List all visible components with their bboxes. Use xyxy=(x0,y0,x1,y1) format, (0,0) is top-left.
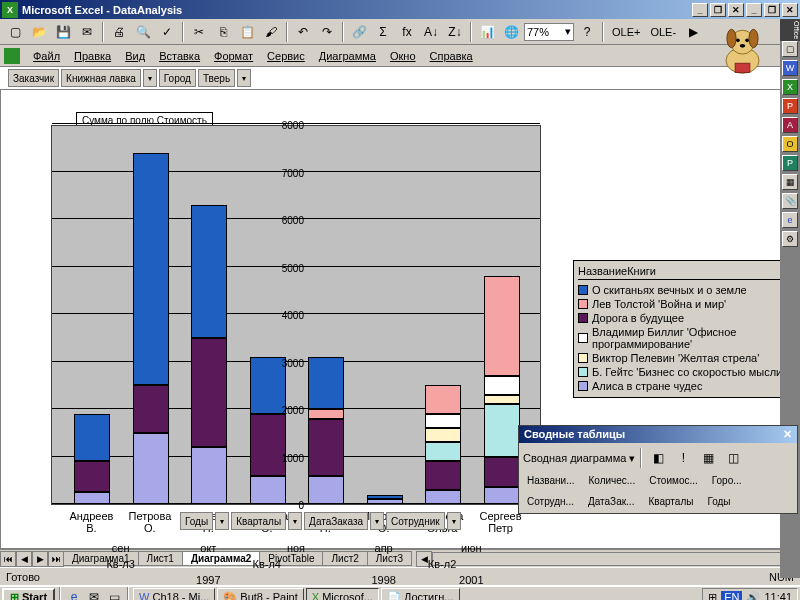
filter-years-dropdown[interactable]: ▾ xyxy=(215,512,229,530)
menu-help[interactable]: Справка xyxy=(423,48,480,64)
ole-plus-button[interactable]: OLE+ xyxy=(608,26,644,38)
filter-years[interactable]: Годы xyxy=(180,512,213,530)
filter-customer-value[interactable]: Книжная лавка xyxy=(61,69,141,87)
tray-vol-icon[interactable]: 🔊 xyxy=(746,591,760,601)
minimize-button[interactable]: _ xyxy=(692,3,708,17)
side-tools-icon[interactable]: ⚙ xyxy=(782,231,798,247)
pivot-field[interactable]: Количес... xyxy=(584,473,639,488)
task-paint[interactable]: 🎨But8 - Paint xyxy=(217,588,303,601)
legend-item[interactable]: Виктор Пелевин 'Желтая стрела' xyxy=(578,351,786,365)
filter-orderdate[interactable]: ДатаЗаказа xyxy=(304,512,368,530)
side-ppt-icon[interactable]: P xyxy=(782,98,798,114)
menu-window[interactable]: Окно xyxy=(383,48,423,64)
mail-icon[interactable]: ✉ xyxy=(76,21,98,43)
copy-icon[interactable]: ⎘ xyxy=(212,21,234,43)
side-ie-icon[interactable]: e xyxy=(782,212,798,228)
sort-desc-icon[interactable]: Z↓ xyxy=(444,21,466,43)
pivot-field[interactable]: Горо... xyxy=(708,473,758,488)
menu-diagram[interactable]: Диаграмма xyxy=(312,48,383,64)
task-word[interactable]: WCh18 - Mi... xyxy=(133,588,215,600)
pivot-field[interactable]: Годы xyxy=(703,494,753,509)
pivot-field[interactable]: ДатаЗак... xyxy=(584,494,638,509)
legend-item[interactable]: О скитаньях вечных и о земле xyxy=(578,283,786,297)
menu-insert[interactable]: Вставка xyxy=(152,48,207,64)
close-button[interactable]: ✕ xyxy=(728,3,744,17)
sum-icon[interactable]: Σ xyxy=(372,21,394,43)
filter-quarters-dropdown[interactable]: ▾ xyxy=(288,512,302,530)
pivot-wizard-icon[interactable]: ◧ xyxy=(647,447,669,469)
side-binder-icon[interactable]: 📎 xyxy=(782,193,798,209)
menu-view[interactable]: Вид xyxy=(118,48,152,64)
chart-icon[interactable]: 📊 xyxy=(476,21,498,43)
pivot-chart-menu[interactable]: Сводная диаграмма ▾ xyxy=(523,452,635,465)
pivot-hide-icon[interactable]: ◫ xyxy=(722,447,744,469)
system-tray[interactable]: ⊞ EN 🔊 11:41 xyxy=(702,588,798,601)
menu-file[interactable]: Файл xyxy=(26,48,67,64)
pivot-field[interactable]: Кварталы xyxy=(644,494,697,509)
quick-outlook-icon[interactable]: ✉ xyxy=(85,588,103,600)
sort-asc-icon[interactable]: A↓ xyxy=(420,21,442,43)
side-outlook-icon[interactable]: O xyxy=(782,136,798,152)
side-excel-icon[interactable]: X xyxy=(782,79,798,95)
filter-orderdate-dropdown[interactable]: ▾ xyxy=(370,512,384,530)
pivot-toolbar-panel[interactable]: Сводные таблицы✕ Сводная диаграмма ▾ ◧ !… xyxy=(518,425,798,514)
side-frontpage-icon[interactable]: ▦ xyxy=(782,174,798,190)
filter-quarters[interactable]: Кварталы xyxy=(231,512,286,530)
pivot-refresh-icon[interactable]: ! xyxy=(672,447,694,469)
ole-minus-button[interactable]: OLE- xyxy=(646,26,680,38)
zoom-combo[interactable]: 77%▾ xyxy=(524,23,574,41)
new-icon[interactable]: ▢ xyxy=(4,21,26,43)
start-button[interactable]: ⊞Start xyxy=(2,588,55,601)
legend-item[interactable]: Владимир Биллиг 'Офисное программировани… xyxy=(578,325,786,351)
open-icon[interactable]: 📂 xyxy=(28,21,50,43)
legend-item[interactable]: Алиса в стране чудес xyxy=(578,379,786,393)
tab-nav-first[interactable]: ⏮ xyxy=(0,551,16,567)
legend-item[interactable]: Лев Толстой 'Война и мир' xyxy=(578,297,786,311)
side-publisher-icon[interactable]: P xyxy=(782,155,798,171)
office-tab[interactable]: Office xyxy=(780,19,800,41)
quick-ie-icon[interactable]: e xyxy=(65,588,83,600)
office-assistant-dog-icon[interactable] xyxy=(715,22,770,77)
preview-icon[interactable]: 🔍 xyxy=(132,21,154,43)
vba-icon[interactable]: ▶ xyxy=(682,21,704,43)
save-icon[interactable]: 💾 xyxy=(52,21,74,43)
tab-nav-prev[interactable]: ◀ xyxy=(16,551,32,567)
format-painter-icon[interactable]: 🖌 xyxy=(260,21,282,43)
filter-employee-dropdown[interactable]: ▾ xyxy=(447,512,461,530)
doc-close-button[interactable]: ✕ xyxy=(782,3,798,17)
app-menu-icon[interactable] xyxy=(4,48,20,64)
legend[interactable]: НазваниеКниги О скитаньях вечных и о зем… xyxy=(573,260,791,398)
tab-nav-last[interactable]: ⏭ xyxy=(48,551,64,567)
link-icon[interactable]: 🔗 xyxy=(348,21,370,43)
cut-icon[interactable]: ✂ xyxy=(188,21,210,43)
task-excel[interactable]: XMicrosof... xyxy=(306,588,379,600)
task-other[interactable]: 📄Достигн... xyxy=(381,588,460,601)
pivot-field[interactable]: Стоимос... xyxy=(645,473,702,488)
pivot-close-icon[interactable]: ✕ xyxy=(783,428,792,441)
filter-customer-dropdown[interactable]: ▾ xyxy=(143,69,157,87)
help-icon[interactable]: ? xyxy=(576,21,598,43)
redo-icon[interactable]: ↷ xyxy=(316,21,338,43)
pivot-field[interactable]: Сотрудн... xyxy=(523,494,578,509)
undo-icon[interactable]: ↶ xyxy=(292,21,314,43)
side-new-icon[interactable]: ▢ xyxy=(782,41,798,57)
doc-restore-button[interactable]: ❐ xyxy=(764,3,780,17)
side-access-icon[interactable]: A xyxy=(782,117,798,133)
print-icon[interactable]: 🖨 xyxy=(108,21,130,43)
tray-icon[interactable]: ⊞ xyxy=(708,591,717,601)
filter-city-dropdown[interactable]: ▾ xyxy=(237,69,251,87)
spell-icon[interactable]: ✓ xyxy=(156,21,178,43)
tray-lang[interactable]: EN xyxy=(721,591,742,600)
side-word-icon[interactable]: W xyxy=(782,60,798,76)
map-icon[interactable]: 🌐 xyxy=(500,21,522,43)
filter-city-value[interactable]: Тверь xyxy=(198,69,235,87)
pivot-panel-header[interactable]: Сводные таблицы✕ xyxy=(519,426,797,443)
menu-edit[interactable]: Правка xyxy=(67,48,118,64)
legend-item[interactable]: Б. Гейтс 'Бизнес со скоростью мысли' xyxy=(578,365,786,379)
doc-minimize-button[interactable]: _ xyxy=(746,3,762,17)
menu-tools[interactable]: Сервис xyxy=(260,48,312,64)
tab-nav-next[interactable]: ▶ xyxy=(32,551,48,567)
legend-item[interactable]: Дорога в будущее xyxy=(578,311,786,325)
menu-format[interactable]: Формат xyxy=(207,48,260,64)
filter-employee[interactable]: Сотрудник xyxy=(386,512,445,530)
